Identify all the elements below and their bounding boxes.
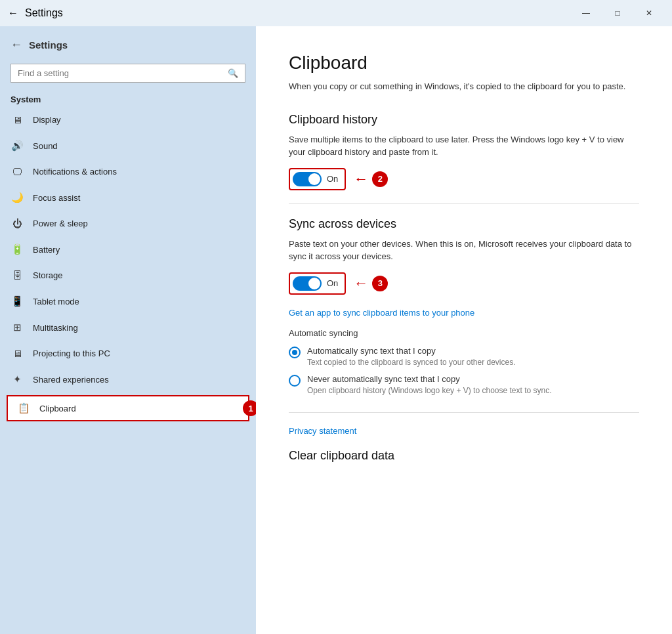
sync-devices-toggle-label: On <box>327 278 338 288</box>
radio-auto-sync[interactable]: Automatically sync text that I copy Text… <box>289 346 639 368</box>
content-area: ← Settings 🔍 System 🖥 Display 🔊 Sound 🖵 … <box>0 26 672 634</box>
sidebar-item-label: Projecting to this PC <box>33 349 245 358</box>
sidebar-item-shared[interactable]: ✦ Shared experiences <box>0 366 256 392</box>
section-label: System <box>0 91 256 107</box>
sync-devices-desc: Paste text on your other devices. When t… <box>289 238 639 263</box>
sidebar-item-label: Clipboard <box>39 404 239 413</box>
search-icon: 🔍 <box>228 68 238 78</box>
red-arrow-icon-2: ← <box>354 275 368 292</box>
annotation-2: ← 2 <box>354 171 388 188</box>
sound-icon: 🔊 <box>10 140 24 152</box>
minimize-button[interactable]: — <box>571 3 601 24</box>
sidebar-item-display[interactable]: 🖥 Display <box>0 107 256 133</box>
notifications-icon: 🖵 <box>10 166 24 177</box>
window-controls: — □ ✕ <box>571 3 664 24</box>
close-button[interactable]: ✕ <box>634 3 664 24</box>
radio-never-sync-circle[interactable] <box>289 375 301 387</box>
clipboard-history-desc: Save multiple items to the clipboard to … <box>289 133 639 159</box>
radio-auto-sync-sublabel: Text copied to the clipboard is synced t… <box>307 357 516 368</box>
restore-button[interactable]: □ <box>602 3 633 24</box>
sidebar-item-tablet[interactable]: 📱 Tablet mode <box>0 288 256 314</box>
sidebar-item-label: Shared experiences <box>33 375 245 385</box>
sidebar-item-clipboard[interactable]: 📋 Clipboard 1 <box>7 395 249 421</box>
radio-never-sync-label: Never automatically sync text that I cop… <box>307 374 552 384</box>
display-icon: 🖥 <box>10 114 24 125</box>
red-arrow-icon: ← <box>354 171 368 188</box>
divider-1 <box>289 203 639 204</box>
badge-3: 3 <box>372 276 388 291</box>
clipboard-icon: 📋 <box>17 402 30 414</box>
search-input[interactable] <box>18 68 228 78</box>
sidebar-item-battery[interactable]: 🔋 Battery <box>0 236 256 263</box>
sidebar-item-multitasking[interactable]: ⊞ Multitasking <box>0 314 256 341</box>
privacy-link[interactable]: Privacy statement <box>289 426 639 436</box>
page-subtitle: When you copy or cut something in Window… <box>289 80 639 93</box>
divider-2 <box>289 412 639 413</box>
sidebar-item-label: Sound <box>33 141 245 151</box>
sidebar-item-label: Notifications & actions <box>33 167 245 177</box>
page-title: Clipboard <box>289 53 639 74</box>
badge-1: 1 <box>243 400 256 416</box>
sidebar-item-label: Power & sleep <box>33 219 245 228</box>
shared-icon: ✦ <box>10 373 24 385</box>
sidebar-item-label: Multitasking <box>33 323 245 333</box>
clipboard-history-toggle-row: On ← 2 <box>289 168 639 190</box>
radio-auto-sync-text: Automatically sync text that I copy Text… <box>307 346 516 368</box>
sync-phone-link[interactable]: Get an app to sync clipboard items to yo… <box>289 308 639 318</box>
radio-never-sync-text: Never automatically sync text that I cop… <box>307 374 552 396</box>
power-icon: ⏻ <box>10 218 24 229</box>
app-title: Settings <box>25 7 63 19</box>
toggle-knob-2 <box>308 278 320 289</box>
sync-devices-title: Sync across devices <box>289 217 639 231</box>
clipboard-history-toggle-label: On <box>327 174 338 184</box>
sidebar-item-label: Display <box>33 115 245 125</box>
clipboard-history-toggle[interactable] <box>293 172 322 186</box>
sync-devices-toggle-container: On <box>289 272 346 295</box>
annotation-3: ← 3 <box>354 275 388 292</box>
sync-devices-toggle[interactable] <box>293 276 322 291</box>
clipboard-history-toggle-container: On <box>289 168 346 190</box>
main-panel: Clipboard When you copy or cut something… <box>256 26 672 634</box>
sidebar: ← Settings 🔍 System 🖥 Display 🔊 Sound 🖵 … <box>0 26 256 634</box>
sidebar-item-storage[interactable]: 🗄 Storage <box>0 263 256 288</box>
clear-clipboard-title: Clear clipboard data <box>289 449 639 463</box>
toggle-knob <box>308 173 320 185</box>
radio-auto-sync-label: Automatically sync text that I copy <box>307 346 516 356</box>
sidebar-item-power[interactable]: ⏻ Power & sleep <box>0 211 256 236</box>
sidebar-back-arrow[interactable]: ← <box>10 38 22 52</box>
radio-group: Automatically sync text that I copy Text… <box>289 346 639 397</box>
multitasking-icon: ⊞ <box>10 322 24 333</box>
storage-icon: 🗄 <box>10 270 24 281</box>
sidebar-item-label: Storage <box>33 270 245 280</box>
sidebar-item-label: Tablet mode <box>33 297 245 306</box>
sidebar-item-focus[interactable]: 🌙 Focus assist <box>0 184 256 211</box>
badge-2: 2 <box>372 171 388 187</box>
focus-icon: 🌙 <box>10 192 24 203</box>
title-bar: ← Settings — □ ✕ <box>0 0 672 26</box>
projecting-icon: 🖥 <box>10 348 24 359</box>
battery-icon: 🔋 <box>10 243 24 255</box>
radio-never-sync[interactable]: Never automatically sync text that I cop… <box>289 374 639 396</box>
radio-never-sync-sublabel: Open clipboard history (Windows logo key… <box>307 385 552 396</box>
sidebar-item-label: Battery <box>33 245 245 255</box>
sidebar-header: ← Settings <box>0 26 256 58</box>
clipboard-history-title: Clipboard history <box>289 113 639 127</box>
radio-auto-sync-circle[interactable] <box>289 347 301 358</box>
sidebar-item-sound[interactable]: 🔊 Sound <box>0 133 256 159</box>
auto-sync-label: Automatic syncing <box>289 328 639 338</box>
title-bar-left: ← Settings <box>8 7 63 19</box>
sidebar-app-title: Settings <box>29 39 68 51</box>
tablet-icon: 📱 <box>10 295 24 307</box>
sidebar-item-projecting[interactable]: 🖥 Projecting to this PC <box>0 341 256 366</box>
sidebar-item-notifications[interactable]: 🖵 Notifications & actions <box>0 159 256 184</box>
search-box[interactable]: 🔍 <box>10 64 245 83</box>
sync-devices-toggle-row: On ← 3 <box>289 272 639 295</box>
back-icon[interactable]: ← <box>8 7 18 19</box>
sidebar-item-label: Focus assist <box>33 193 245 203</box>
